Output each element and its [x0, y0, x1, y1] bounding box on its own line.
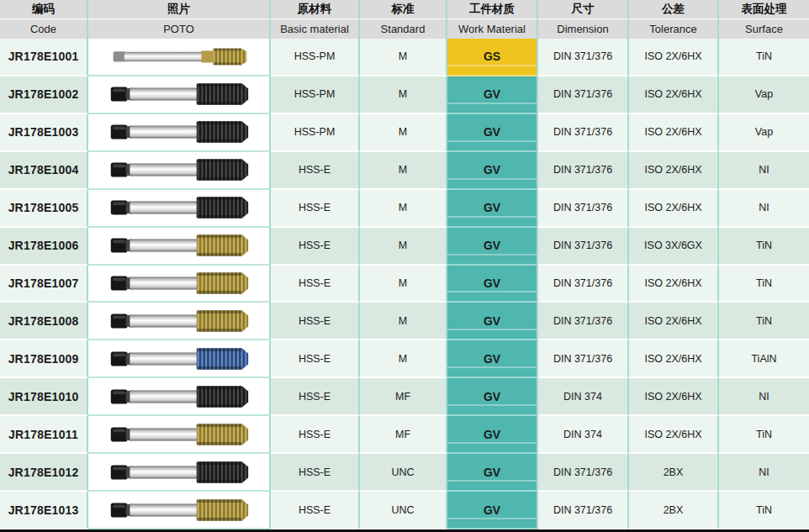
work-material-cell: GV: [447, 340, 538, 378]
header-work-material-zh: 工件材质: [447, 0, 538, 19]
tolerance-cell: 2BX: [629, 492, 719, 529]
tap-photo: [108, 456, 251, 488]
basic-material-cell: HSS-E: [271, 266, 360, 303]
photo-cell: [88, 378, 271, 416]
work-material-cell: GV: [447, 454, 538, 492]
dimension-cell: DIN 371/376: [538, 340, 629, 378]
tap-photo: [108, 154, 251, 186]
header-photo-zh: 照片: [88, 0, 271, 19]
header-standard-en: Standard: [360, 19, 447, 39]
standard-cell: UNC: [360, 492, 447, 529]
code-cell: JR178E1002: [0, 76, 88, 114]
dimension-cell: DIN 371/376: [538, 114, 629, 152]
work-material-cell: GS: [447, 39, 538, 76]
surface-cell: Vap: [719, 76, 809, 114]
header-surface-en: Surface: [719, 19, 809, 39]
header-photo-en: POTO: [88, 19, 271, 39]
code-cell: JR178E1008: [0, 303, 88, 340]
dimension-cell: DIN 371/376: [538, 152, 629, 190]
surface-cell: NI: [719, 190, 809, 228]
basic-material-cell: HSS-E: [271, 190, 360, 228]
tap-photo: [108, 305, 251, 337]
table-row: JR178E1009HSS-EMGVDIN 371/376ISO 2X/6HXT…: [0, 340, 809, 378]
header-basic-material-en: Basic material: [271, 19, 360, 39]
code-cell: JR178E1001: [0, 39, 88, 76]
work-material-cell: GV: [447, 303, 538, 340]
standard-cell: M: [360, 340, 447, 378]
tap-photo: [108, 192, 251, 224]
photo-cell: [88, 416, 271, 454]
photo-cell: [88, 190, 271, 228]
code-cell: JR178E1006: [0, 228, 88, 266]
basic-material-cell: HSS-E: [271, 340, 360, 378]
standard-cell: M: [360, 228, 447, 266]
table-row: JR178E1002HSS-PMMGVDIN 371/376ISO 2X/6HX…: [0, 76, 809, 114]
dimension-cell: DIN 371/376: [538, 190, 629, 228]
basic-material-cell: HSS-E: [271, 152, 360, 190]
tap-photo: [108, 381, 251, 413]
code-cell: JR178E1013: [0, 492, 88, 529]
surface-cell: TiN: [719, 228, 809, 266]
table-body: JR178E1001HSS-PMMGSDIN 371/376ISO 2X/6HX…: [0, 39, 809, 529]
catalog-table: 编码 照片 原材料 标准 工件材质 尺寸 公差 表面处理 Code POTO B…: [0, 0, 809, 532]
tap-photo: [108, 78, 251, 110]
surface-cell: TiN: [719, 416, 809, 454]
table-row: JR178E1006HSS-EMGVDIN 371/376ISO 3X/6GXT…: [0, 228, 809, 266]
basic-material-cell: HSS-E: [271, 228, 360, 266]
code-cell: JR178E1007: [0, 266, 88, 303]
dimension-cell: DIN 371/376: [538, 266, 629, 303]
table-row: JR178E1010HSS-EMFGVDIN 374ISO 2X/6HXNI: [0, 378, 809, 416]
header-tolerance-zh: 公差: [629, 0, 719, 19]
photo-cell: [88, 228, 271, 266]
photo-cell: [88, 303, 271, 340]
surface-cell: TiN: [719, 266, 809, 303]
table-row: JR178E1013HSS-EUNCGVDIN 371/3762BXTiN: [0, 492, 809, 529]
dimension-cell: DIN 371/376: [538, 76, 629, 114]
standard-cell: M: [360, 152, 447, 190]
dimension-cell: DIN 374: [538, 378, 629, 416]
work-material-cell: GV: [447, 378, 538, 416]
standard-cell: M: [360, 190, 447, 228]
header-basic-material-zh: 原材料: [271, 0, 360, 19]
table-row: JR178E1004HSS-EMGVDIN 371/376ISO 2X/6HXN…: [0, 152, 809, 190]
header-surface-zh: 表面处理: [719, 0, 809, 19]
table-row: JR178E1011HSS-EMFGVDIN 374ISO 2X/6HXTiN: [0, 416, 809, 454]
table-row: JR178E1012HSS-EUNCGVDIN 371/3762BXNI: [0, 454, 809, 492]
tolerance-cell: ISO 2X/6HX: [629, 340, 719, 378]
table-row: JR178E1005HSS-EMGVDIN 371/376ISO 2X/6HXN…: [0, 190, 809, 228]
header-dimension-zh: 尺寸: [538, 0, 629, 19]
standard-cell: M: [360, 39, 447, 76]
code-cell: JR178E1011: [0, 416, 88, 454]
photo-cell: [88, 492, 271, 529]
tap-photo: [108, 40, 251, 72]
code-cell: JR178E1010: [0, 378, 88, 416]
table-row: JR178E1001HSS-PMMGSDIN 371/376ISO 2X/6HX…: [0, 39, 809, 76]
basic-material-cell: HSS-PM: [271, 76, 360, 114]
work-material-cell: GV: [447, 190, 538, 228]
table-row: JR178E1003HSS-PMMGVDIN 371/376ISO 2X/6HX…: [0, 114, 809, 152]
dimension-cell: DIN 371/376: [538, 454, 629, 492]
tap-photo: [108, 343, 251, 375]
tolerance-cell: ISO 2X/6HX: [629, 76, 719, 114]
surface-cell: TiN: [719, 303, 809, 340]
tolerance-cell: ISO 2X/6HX: [629, 190, 719, 228]
basic-material-cell: HSS-E: [271, 454, 360, 492]
tolerance-cell: ISO 2X/6HX: [629, 114, 719, 152]
tolerance-cell: ISO 2X/6HX: [629, 416, 719, 454]
tolerance-cell: ISO 2X/6HX: [629, 39, 719, 76]
header-dimension-en: Dimension: [538, 19, 629, 39]
photo-cell: [88, 454, 271, 492]
dimension-cell: DIN 371/376: [538, 228, 629, 266]
work-material-cell: GV: [447, 416, 538, 454]
header-code-en: Code: [0, 19, 88, 39]
standard-cell: M: [360, 114, 447, 152]
basic-material-cell: HSS-E: [271, 378, 360, 416]
photo-cell: [88, 114, 271, 152]
tolerance-cell: ISO 2X/6HX: [629, 378, 719, 416]
tap-photo: [108, 229, 251, 261]
basic-material-cell: HSS-PM: [271, 39, 360, 76]
photo-cell: [88, 76, 271, 114]
standard-cell: MF: [360, 378, 447, 416]
basic-material-cell: HSS-E: [271, 492, 360, 529]
basic-material-cell: HSS-PM: [271, 114, 360, 152]
